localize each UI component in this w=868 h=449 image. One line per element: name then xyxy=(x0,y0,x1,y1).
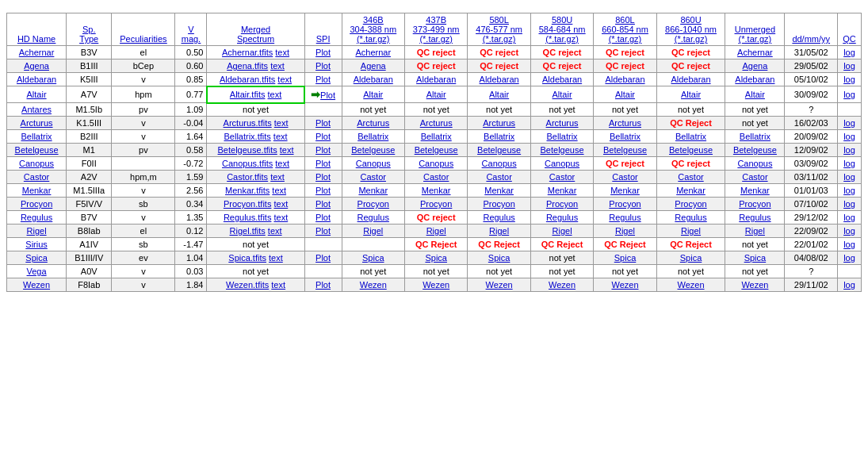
table-cell[interactable]: Procyon xyxy=(342,198,404,211)
table-cell-merged[interactable]: Castor.tfits text xyxy=(207,171,304,184)
col-peculiarities[interactable]: Peculiarities xyxy=(112,13,175,46)
table-cell[interactable]: Regulus xyxy=(594,211,656,224)
table-cell[interactable]: Aldebaran xyxy=(656,73,725,86)
table-cell[interactable]: Procyon xyxy=(530,198,593,211)
table-cell[interactable]: Spica xyxy=(7,251,67,265)
table-cell[interactable]: Altair xyxy=(530,86,593,103)
table-cell[interactable]: Antares xyxy=(7,103,67,117)
col-346b[interactable]: 346B304-388 nm(*.tar.gz) xyxy=(342,13,404,46)
table-cell-merged[interactable]: Arcturus.tfits text xyxy=(207,117,304,130)
table-cell[interactable]: Wezen xyxy=(7,278,67,292)
table-cell[interactable]: Rigel xyxy=(725,224,785,238)
table-cell[interactable]: Castor xyxy=(594,171,656,184)
table-cell[interactable]: Procyon xyxy=(468,198,530,211)
table-cell[interactable]: Menkar xyxy=(7,184,67,198)
table-cell[interactable]: Aldebaran xyxy=(725,73,785,86)
table-cell-qc[interactable]: log xyxy=(837,171,861,184)
table-cell[interactable]: Menkar xyxy=(656,184,725,198)
table-cell[interactable]: Spica xyxy=(725,251,785,265)
table-cell[interactable]: Aldebaran xyxy=(342,73,404,86)
table-cell-merged[interactable]: Betelgeuse.tfits text xyxy=(207,144,304,157)
table-cell-merged[interactable]: Agena.tfits text xyxy=(207,59,304,73)
table-cell[interactable]: Arcturus xyxy=(530,117,593,130)
table-cell[interactable]: Vega xyxy=(7,265,67,278)
table-cell-qc[interactable]: log xyxy=(837,46,861,59)
table-cell-qc[interactable]: log xyxy=(837,224,861,238)
table-cell[interactable]: Wezen xyxy=(342,278,404,292)
table-cell-spi[interactable]: Plot xyxy=(304,211,342,224)
table-cell[interactable]: Aldebaran xyxy=(468,73,530,86)
table-cell[interactable]: Canopus xyxy=(7,157,67,171)
table-cell-spi[interactable]: Plot xyxy=(304,278,342,292)
table-cell-merged[interactable]: Bellatrix.tfits text xyxy=(207,130,304,144)
table-cell[interactable]: Rigel xyxy=(530,224,593,238)
col-580u[interactable]: 580U584-684 nm(*.tar.gz) xyxy=(530,13,593,46)
table-cell[interactable]: Betelgeuse xyxy=(468,144,530,157)
table-cell[interactable]: Bellatrix xyxy=(530,130,593,144)
table-cell[interactable]: Regulus xyxy=(656,211,725,224)
table-cell[interactable]: Achernar xyxy=(7,46,67,59)
table-cell-merged[interactable]: Wezen.tfits text xyxy=(207,278,304,292)
col-860l[interactable]: 860L660-854 nm(*.tar.gz) xyxy=(594,13,656,46)
table-cell-merged[interactable]: Rigel.tfits text xyxy=(207,224,304,238)
table-cell[interactable]: Aldebaran xyxy=(530,73,593,86)
table-cell[interactable]: Regulus xyxy=(342,211,404,224)
table-cell-qc[interactable]: log xyxy=(837,73,861,86)
table-cell[interactable]: Procyon xyxy=(725,198,785,211)
table-cell[interactable]: Wezen xyxy=(594,278,656,292)
table-cell[interactable]: Procyon xyxy=(404,198,467,211)
table-cell-merged[interactable]: Canopus.tfits text xyxy=(207,157,304,171)
table-cell[interactable]: Menkar xyxy=(404,184,467,198)
table-cell[interactable]: Aldebaran xyxy=(594,73,656,86)
table-cell-spi[interactable]: Plot xyxy=(304,157,342,171)
table-cell[interactable]: Bellatrix xyxy=(594,130,656,144)
table-cell[interactable]: Wezen xyxy=(530,278,593,292)
table-cell[interactable]: Castor xyxy=(342,171,404,184)
table-cell-merged[interactable]: Aldebaran.tfits text xyxy=(207,73,304,86)
table-cell[interactable]: Regulus xyxy=(725,211,785,224)
table-cell[interactable]: Altair xyxy=(725,86,785,103)
table-cell[interactable]: Rigel xyxy=(594,224,656,238)
table-cell-qc[interactable]: log xyxy=(837,130,861,144)
table-cell[interactable]: Sirius xyxy=(7,238,67,251)
table-cell[interactable]: Wezen xyxy=(404,278,467,292)
col-437b[interactable]: 437B373-499 nm(*.tar.gz) xyxy=(404,13,467,46)
col-sp-type[interactable]: Sp.Type xyxy=(67,13,112,46)
table-cell[interactable]: Betelgeuse xyxy=(594,144,656,157)
table-cell[interactable]: Spica xyxy=(342,251,404,265)
table-cell-spi[interactable]: Plot xyxy=(304,59,342,73)
table-cell[interactable]: Spica xyxy=(404,251,467,265)
table-cell-qc[interactable]: log xyxy=(837,117,861,130)
table-cell[interactable]: Altair xyxy=(342,86,404,103)
table-cell[interactable]: Betelgeuse xyxy=(656,144,725,157)
table-cell-merged[interactable]: Achernar.tfits text xyxy=(207,46,304,59)
table-cell[interactable]: Bellatrix xyxy=(725,130,785,144)
table-cell[interactable]: Castor xyxy=(7,171,67,184)
table-cell-spi[interactable]: Plot xyxy=(304,184,342,198)
table-cell[interactable]: Rigel xyxy=(468,224,530,238)
table-cell[interactable]: Betelgeuse xyxy=(7,144,67,157)
table-cell-qc[interactable]: log xyxy=(837,238,861,251)
table-cell-spi[interactable]: Plot xyxy=(304,46,342,59)
table-cell[interactable]: Menkar xyxy=(594,184,656,198)
table-cell-spi[interactable]: Plot xyxy=(304,130,342,144)
table-cell[interactable]: Betelgeuse xyxy=(404,144,467,157)
table-cell[interactable]: Menkar xyxy=(530,184,593,198)
table-cell[interactable]: Arcturus xyxy=(594,117,656,130)
table-cell[interactable]: Arcturus xyxy=(404,117,467,130)
col-860u[interactable]: 860U866-1040 nm(*.tar.gz) xyxy=(656,13,725,46)
table-cell[interactable]: Wezen xyxy=(656,278,725,292)
table-cell-spi[interactable]: Plot xyxy=(304,198,342,211)
table-cell[interactable]: Castor xyxy=(530,171,593,184)
table-cell[interactable]: Agena xyxy=(7,59,67,73)
table-cell-qc[interactable]: log xyxy=(837,198,861,211)
table-cell[interactable]: Altair xyxy=(594,86,656,103)
table-cell[interactable]: Altair xyxy=(468,86,530,103)
table-cell[interactable]: Menkar xyxy=(725,184,785,198)
table-cell[interactable]: Procyon xyxy=(656,198,725,211)
table-cell[interactable]: Arcturus xyxy=(7,117,67,130)
table-cell-spi[interactable]: Plot xyxy=(304,171,342,184)
table-cell-qc[interactable]: log xyxy=(837,184,861,198)
table-cell[interactable]: Betelgeuse xyxy=(342,144,404,157)
table-cell[interactable]: Procyon xyxy=(7,198,67,211)
